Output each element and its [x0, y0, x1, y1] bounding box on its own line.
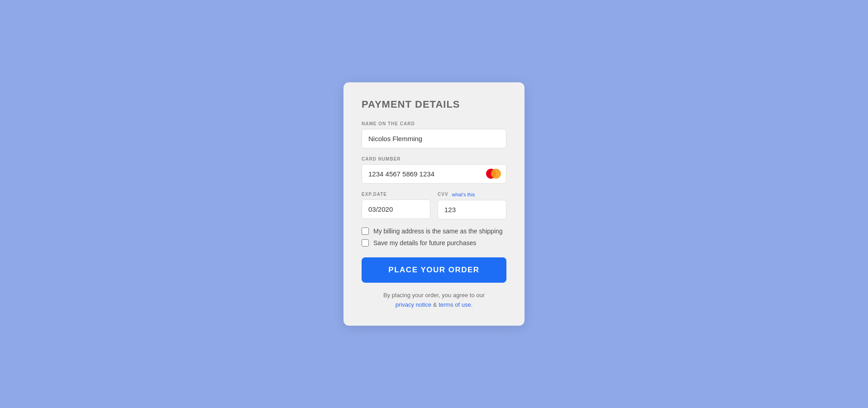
privacy-notice-link[interactable]: privacy notice	[396, 301, 431, 308]
cvv-input[interactable]	[438, 200, 506, 219]
exp-cvv-row: EXP.DATE CVV what's this	[362, 192, 506, 219]
save-details-checkbox[interactable]	[362, 239, 369, 247]
cvv-label: CVV	[438, 192, 448, 197]
terms-text: By placing your order, you agree to our …	[362, 291, 506, 310]
place-order-button[interactable]: PLACE YOUR ORDER	[362, 257, 506, 283]
card-number-field-group: CARD NUMBER	[362, 157, 506, 184]
billing-checkbox-group: My billing address is the same as the sh…	[362, 228, 506, 235]
terms-separator: &	[433, 301, 439, 308]
name-field-group: NAME ON THE CARD	[362, 121, 506, 148]
billing-checkbox[interactable]	[362, 228, 369, 235]
cvv-help-link[interactable]: what's this	[452, 192, 475, 197]
save-details-checkbox-label[interactable]: Save my details for future purchases	[373, 239, 476, 247]
name-input[interactable]	[362, 129, 506, 148]
name-label: NAME ON THE CARD	[362, 121, 506, 126]
cvv-field-group: CVV what's this	[438, 192, 506, 219]
card-number-wrapper	[362, 164, 506, 184]
billing-checkbox-label[interactable]: My billing address is the same as the sh…	[373, 228, 503, 235]
terms-intro: By placing your order, you agree to our	[383, 292, 485, 299]
cvv-label-row: CVV what's this	[438, 192, 506, 197]
exp-date-input[interactable]	[362, 199, 430, 219]
payment-card: PAYMENT DETAILS NAME ON THE CARD CARD NU…	[343, 82, 525, 326]
mastercard-orange-circle	[491, 169, 501, 179]
terms-of-use-link[interactable]: terms of use.	[439, 301, 472, 308]
mastercard-icon	[486, 169, 501, 179]
exp-date-field-group: EXP.DATE	[362, 192, 430, 219]
save-details-checkbox-group: Save my details for future purchases	[362, 239, 506, 247]
exp-date-label: EXP.DATE	[362, 192, 430, 197]
card-title: PAYMENT DETAILS	[362, 99, 506, 110]
card-number-input[interactable]	[362, 164, 506, 184]
card-number-label: CARD NUMBER	[362, 157, 506, 161]
checkboxes-section: My billing address is the same as the sh…	[362, 228, 506, 247]
